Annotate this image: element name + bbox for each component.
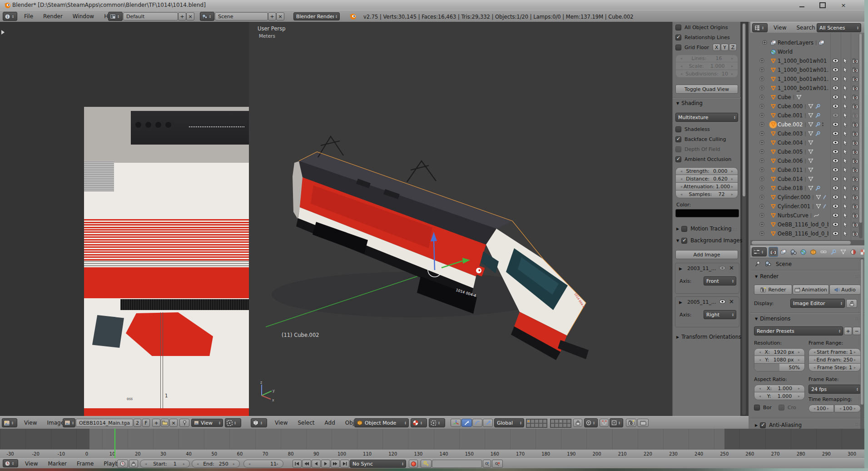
expand-icon[interactable] bbox=[759, 195, 764, 200]
play-reverse-button[interactable] bbox=[312, 460, 321, 468]
camera-icon[interactable] bbox=[852, 195, 858, 200]
outliner-item-cylinder.001[interactable]: Cylinder.001| bbox=[750, 202, 864, 211]
texture-image[interactable]: 1 oss bbox=[84, 107, 249, 416]
all-object-origins-row[interactable]: All Object Origins bbox=[675, 25, 738, 30]
new-image-button[interactable]: + bbox=[152, 419, 160, 427]
timeline[interactable]: -30-20-100102030405060708090100110120130… bbox=[0, 429, 864, 458]
bg-image-1-name[interactable]: 2003_11_... bbox=[687, 266, 716, 271]
outliner-item-cube.005[interactable]: Cube.005| bbox=[750, 147, 864, 156]
bg-image-2-axis-select[interactable]: Right▴▾ bbox=[704, 310, 736, 319]
add-preset-button[interactable]: + bbox=[844, 327, 852, 335]
expand-icon[interactable] bbox=[759, 85, 764, 90]
camera-icon[interactable] bbox=[852, 149, 858, 155]
resolution-percentage-slider[interactable]: 50% bbox=[754, 364, 805, 371]
outliner-item-oebb_1116_lod_0_boc[interactable]: OeBB_1116_lod_0_boc bbox=[750, 220, 864, 229]
expand-icon[interactable] bbox=[759, 167, 764, 172]
editor-type-3d-button[interactable]: ▴▾ bbox=[251, 418, 267, 427]
pin-icon[interactable] bbox=[755, 261, 761, 267]
axis-x-toggle[interactable]: X bbox=[713, 44, 720, 51]
properties-tab-data[interactable] bbox=[838, 247, 848, 257]
shadeless-row[interactable]: Shadeless bbox=[675, 126, 738, 132]
cursor-icon[interactable] bbox=[843, 194, 848, 200]
expand-arrow-icon[interactable]: ▶ bbox=[679, 266, 682, 271]
outliner-item-cube.003[interactable]: Cube.003| bbox=[750, 129, 864, 138]
camera-icon[interactable] bbox=[852, 76, 858, 82]
remap-old-field[interactable]: ◂100▸ bbox=[808, 405, 834, 412]
next-key-button[interactable] bbox=[331, 460, 340, 468]
eye-icon[interactable] bbox=[832, 176, 839, 181]
axis-y-toggle[interactable]: Y bbox=[721, 44, 729, 51]
play-button[interactable] bbox=[321, 460, 330, 468]
cursor-icon[interactable] bbox=[843, 67, 848, 73]
properties-tab-material[interactable] bbox=[848, 247, 858, 257]
cursor-icon[interactable] bbox=[843, 103, 848, 110]
camera-icon[interactable] bbox=[852, 122, 858, 127]
properties-tab-texture[interactable] bbox=[858, 247, 864, 257]
expand-icon[interactable] bbox=[762, 40, 767, 45]
scale-manipulator-button[interactable] bbox=[483, 419, 493, 427]
cursor-icon[interactable] bbox=[843, 76, 848, 82]
render-button[interactable]: Render bbox=[754, 285, 792, 295]
close-icon[interactable]: ✕ bbox=[729, 265, 734, 271]
outliner-item-1_1000_bo01wh01[interactable]: 1_1000_bo01wh01 bbox=[750, 56, 864, 65]
lock-to-scene-button[interactable] bbox=[573, 419, 582, 427]
properties-tab-world[interactable] bbox=[799, 247, 808, 257]
cursor-icon[interactable] bbox=[843, 130, 848, 137]
cursor-icon[interactable] bbox=[843, 158, 848, 164]
camera-icon[interactable] bbox=[852, 158, 858, 164]
display-select[interactable]: Image Editor▴▾ bbox=[790, 299, 845, 308]
shading-mode-select[interactable]: Multitexture▴▾ bbox=[675, 113, 738, 122]
start-frame-field[interactable]: ◂Start:1▸ bbox=[140, 460, 190, 468]
bg-image-2-name[interactable]: 2005_11_... bbox=[687, 299, 716, 305]
cursor-icon[interactable] bbox=[843, 58, 848, 64]
outliner-item-cube.018[interactable]: Cube.018| bbox=[750, 184, 864, 193]
dof-row[interactable]: Depth Of Field bbox=[675, 146, 738, 152]
outliner-item-1_1000_bo01wh01.00[interactable]: 1_1000_bo01wh01.00 bbox=[750, 65, 864, 75]
outliner-item-cube.006[interactable]: Cube.006| bbox=[750, 156, 864, 165]
ao-distance-field[interactable]: ◂Distance:0.620▸ bbox=[675, 175, 738, 183]
eye-icon[interactable] bbox=[832, 85, 839, 90]
camera-icon[interactable] bbox=[852, 185, 858, 191]
dimensions-panel-header[interactable]: ▼Dimensions bbox=[755, 316, 790, 322]
outliner-scrollbar[interactable] bbox=[859, 34, 863, 238]
backface-culling-row[interactable]: Backface Culling bbox=[675, 136, 738, 142]
outliner-item-1_1000_bo01wh01.00[interactable]: 1_1000_bo01wh01.00 bbox=[750, 75, 864, 84]
expand-icon[interactable] bbox=[759, 104, 764, 109]
aspect-y-field[interactable]: ◂Y:1.000▸ bbox=[754, 392, 805, 400]
render-panel-header[interactable]: ▼Render bbox=[755, 273, 779, 280]
eye-icon[interactable] bbox=[832, 67, 839, 72]
viewport-shading-select[interactable]: ▴▾ bbox=[411, 418, 427, 427]
cursor-icon[interactable] bbox=[843, 149, 848, 155]
unlink-image-button[interactable]: × bbox=[169, 419, 178, 427]
eye-icon[interactable] bbox=[832, 104, 839, 109]
camera-icon[interactable] bbox=[852, 140, 858, 145]
outliner-item-cylinder.000[interactable]: Cylinder.000| bbox=[750, 193, 864, 202]
eye-icon[interactable] bbox=[719, 299, 726, 304]
eye-icon[interactable] bbox=[832, 185, 839, 190]
eye-icon[interactable] bbox=[832, 204, 839, 209]
menu-view[interactable]: View bbox=[769, 22, 791, 33]
background-images-header[interactable]: ▼Background Images bbox=[676, 237, 742, 244]
delete-scene-button[interactable]: × bbox=[276, 12, 284, 20]
cursor-icon[interactable] bbox=[843, 176, 848, 182]
eye-icon[interactable] bbox=[832, 222, 839, 227]
keying-set-icon-button[interactable] bbox=[421, 460, 432, 468]
region-expand-arrow-icon[interactable] bbox=[1, 30, 5, 35]
camera-icon[interactable] bbox=[852, 213, 858, 218]
manipulator-toggle[interactable] bbox=[451, 419, 461, 427]
cursor-icon[interactable] bbox=[843, 112, 848, 119]
insert-keyframe-button[interactable] bbox=[483, 460, 491, 468]
display-channels-select[interactable]: View▴▾ bbox=[191, 419, 223, 427]
editor-type-image-button[interactable]: ▴▾ bbox=[2, 418, 17, 427]
outliner-item-world[interactable]: World bbox=[750, 47, 864, 56]
expand-icon[interactable] bbox=[759, 58, 764, 63]
menu-window[interactable]: Window bbox=[68, 11, 99, 22]
start-frame-field[interactable]: ◂Start Frame: 1▸ bbox=[808, 348, 861, 356]
display-lock-button[interactable] bbox=[846, 299, 857, 308]
menu-render[interactable]: Render bbox=[38, 11, 68, 22]
cursor-icon[interactable] bbox=[843, 212, 848, 219]
sync-mode-select[interactable]: No Sync▴▾ bbox=[350, 460, 406, 468]
maximize-button[interactable] bbox=[813, 1, 832, 9]
cursor-icon[interactable] bbox=[843, 140, 848, 146]
playback-range-clock-toggle[interactable] bbox=[117, 460, 128, 468]
